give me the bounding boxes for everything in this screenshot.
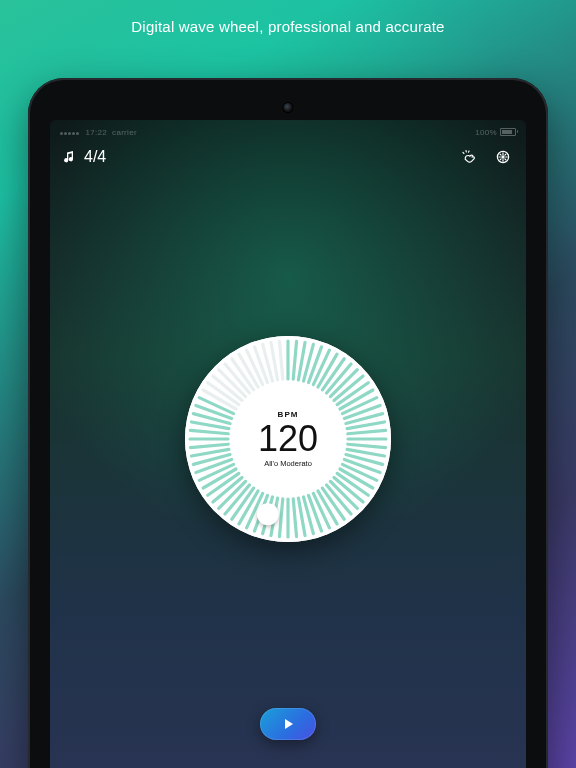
- status-time: 17:22 carrier: [60, 128, 137, 137]
- wheel-knob[interactable]: [257, 503, 279, 525]
- tap-tempo-button[interactable]: [460, 148, 478, 166]
- svg-point-1: [502, 156, 504, 158]
- marketing-caption: Digital wave wheel, professional and acc…: [0, 18, 576, 35]
- play-button[interactable]: [260, 708, 316, 740]
- time-signature-value: 4/4: [84, 148, 106, 166]
- note-icon: [64, 150, 76, 164]
- device-frame: 17:22 carrier 100% 4/4: [28, 78, 548, 768]
- time-signature-control[interactable]: 4/4: [64, 148, 106, 166]
- app-screen: 17:22 carrier 100% 4/4: [50, 120, 526, 768]
- play-icon: [281, 717, 295, 731]
- device-camera: [284, 103, 293, 112]
- tempo-wheel[interactable]: BPM 120 All'o Moderato: [185, 336, 391, 542]
- status-bar: 17:22 carrier 100%: [50, 120, 526, 140]
- battery-icon: 100%: [475, 128, 516, 137]
- settings-button[interactable]: [494, 148, 512, 166]
- tempo-name: All'o Moderato: [264, 459, 312, 468]
- top-bar: 4/4: [50, 140, 526, 166]
- wheel-center: BPM 120 All'o Moderato: [232, 383, 344, 495]
- bpm-value: 120: [258, 421, 318, 457]
